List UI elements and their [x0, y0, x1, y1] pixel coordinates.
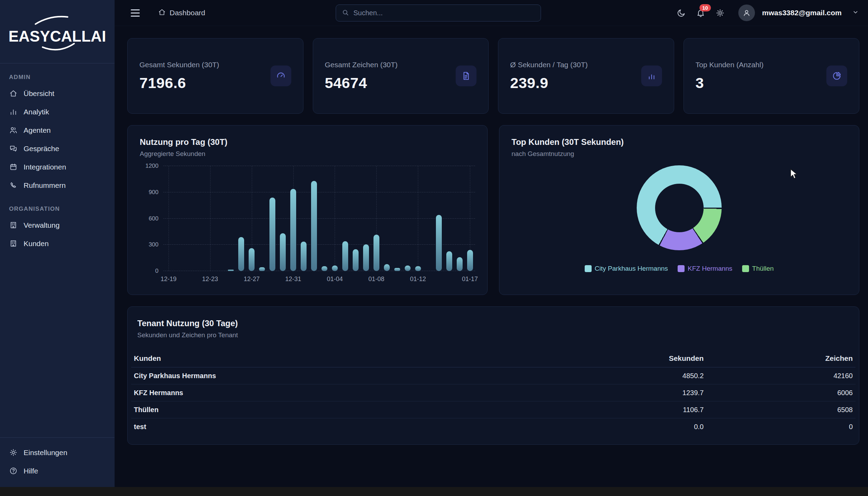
cell-kunde: City Parkhaus Hermanns	[134, 372, 620, 380]
stat-card-gesamt-zeichen: Gesamt Zeichen (30T) 54674	[313, 38, 489, 114]
logo[interactable]: EASYCALLAI	[0, 0, 114, 63]
calendar-icon	[9, 163, 18, 171]
legend-swatch	[742, 265, 749, 272]
sidebar-item-einstellungen[interactable]: Einstellungen	[0, 443, 114, 462]
legend-item[interactable]: City Parkhaus Hermanns	[585, 265, 668, 272]
bar-slot	[195, 166, 205, 271]
pie-chart-icon	[826, 66, 847, 86]
y-tick-label: 300	[149, 241, 158, 248]
cell-sekunden: 4850.2	[620, 372, 704, 380]
stat-card-gesamt-sekunden: Gesamt Sekunden (30T) 7196.6	[127, 38, 303, 114]
bar	[238, 237, 244, 271]
chevron-down-icon[interactable]	[852, 8, 859, 17]
file-text-icon	[456, 66, 476, 86]
bar-chart: 03006009001200 12-1912-2312-2712-3101-04…	[140, 166, 475, 283]
dark-mode-toggle[interactable]	[677, 8, 686, 18]
donut-ring	[637, 165, 722, 250]
column-header-sekunden: Sekunden	[620, 354, 704, 363]
gear-icon	[715, 8, 725, 18]
chart-title: Nutzung pro Tag (30T)	[140, 137, 475, 147]
x-axis-labels: 12-1912-2312-2712-3101-0401-0801-1201-17	[163, 271, 475, 283]
building-icon	[9, 221, 18, 229]
bar-slot	[247, 166, 257, 271]
user-avatar[interactable]	[738, 5, 755, 21]
x-tick-label: 01-12	[410, 276, 426, 283]
hamburger-menu-icon[interactable]	[129, 8, 141, 18]
user-email[interactable]: mwas3382@gmail.com	[762, 9, 842, 17]
bar-slot	[236, 166, 247, 271]
bar-slot	[381, 166, 392, 271]
bar-slot	[392, 166, 402, 271]
sidebar-item-analytik[interactable]: Analytik	[0, 103, 114, 121]
bar	[249, 248, 255, 271]
chart-title: Top Kunden (30T Sekunden)	[512, 137, 847, 147]
sidebar-item-kunden[interactable]: Kunden	[0, 234, 114, 253]
search-icon	[342, 9, 349, 18]
column-header-zeichen: Zeichen	[704, 354, 853, 363]
breadcrumb[interactable]: Dashboard	[158, 8, 205, 18]
stat-value: 54674	[325, 75, 398, 92]
legend-item[interactable]: KFZ Hermanns	[678, 265, 732, 272]
gauge-icon	[270, 66, 291, 86]
table-row[interactable]: KFZ Hermanns1239.76006	[131, 384, 856, 401]
sidebar-item-verwaltung[interactable]: Verwaltung	[0, 216, 114, 234]
y-tick-label: 1200	[145, 163, 158, 169]
analytics-icon	[9, 107, 18, 116]
settings-button[interactable]	[715, 8, 725, 18]
bar-chart-card: Nutzung pro Tag (30T) Aggregierte Sekund…	[127, 125, 488, 295]
legend-swatch	[678, 265, 685, 272]
sidebar-item-label: Kunden	[24, 240, 49, 248]
section-label-organisation: ORGANISATION	[0, 206, 114, 212]
x-tick-label: 12-23	[202, 276, 218, 283]
cell-kunde: KFZ Hermanns	[134, 389, 620, 397]
legend-label: Thüllen	[752, 265, 774, 272]
legend-item[interactable]: Thüllen	[742, 265, 774, 272]
sidebar-item-label: Agenten	[24, 126, 51, 134]
stat-value: 7196.6	[139, 75, 219, 92]
cell-zeichen: 6508	[704, 406, 853, 414]
legend-label: KFZ Hermanns	[688, 265, 732, 272]
bar	[259, 267, 265, 271]
sidebar-item-agenten[interactable]: Agenten	[0, 121, 114, 139]
notifications-button[interactable]: 10	[696, 8, 705, 18]
easycallai-logo-graphic: EASYCALLAI	[5, 6, 109, 58]
bar	[373, 235, 379, 271]
stat-value: 3	[696, 75, 764, 92]
chart-legend: City Parkhaus HermannsKFZ HermannsThülle…	[585, 265, 774, 272]
bar	[467, 250, 473, 271]
search-input[interactable]	[353, 9, 535, 17]
table-row[interactable]: test0.00	[131, 418, 856, 435]
bar	[384, 264, 390, 271]
stat-cards-row: Gesamt Sekunden (30T) 7196.6 Gesamt Zeic…	[127, 38, 859, 114]
table-row[interactable]: City Parkhaus Hermanns4850.242160	[131, 367, 856, 384]
tenant-usage-table-card: Tenant Nutzung (30 Tage) Sekunden und Ze…	[127, 306, 859, 445]
bar	[363, 244, 369, 271]
stat-label: Top Kunden (Anzahl)	[696, 61, 764, 69]
table-row[interactable]: Thüllen1106.76508	[131, 401, 856, 418]
sidebar-item-rufnummern[interactable]: Rufnummern	[0, 176, 114, 194]
bar-slot	[371, 166, 381, 271]
bar-slot	[288, 166, 299, 271]
bar-slot	[402, 166, 413, 271]
x-tick-label: 01-04	[327, 276, 343, 283]
sidebar-item-integrationen[interactable]: Integrationen	[0, 158, 114, 176]
bar-slot	[350, 166, 361, 271]
window-bottom-strip	[0, 487, 868, 496]
bar-plot	[163, 166, 475, 271]
sidebar-item-uebersicht[interactable]: Übersicht	[0, 84, 114, 103]
sidebar-item-hilfe[interactable]: Hilfe	[0, 462, 114, 480]
cell-sekunden: 1239.7	[620, 389, 704, 397]
topbar-actions: 10 mwas3382@gmail.com	[677, 5, 859, 21]
bar-slot	[444, 166, 454, 271]
bar-slot	[340, 166, 350, 271]
sidebar-item-label: Hilfe	[24, 467, 38, 475]
sidebar-item-label: Verwaltung	[24, 221, 60, 229]
logo-text: EASYCALLAI	[8, 28, 106, 45]
home-icon	[158, 8, 166, 18]
breadcrumb-label: Dashboard	[170, 9, 205, 17]
sidebar-item-gespraeche[interactable]: Gespräche	[0, 139, 114, 158]
gear-icon	[9, 448, 18, 457]
x-tick-label: 01-17	[462, 276, 478, 283]
home-icon	[9, 89, 18, 98]
main-area: Dashboard 10 mwas3382@gmail.com	[115, 0, 868, 496]
